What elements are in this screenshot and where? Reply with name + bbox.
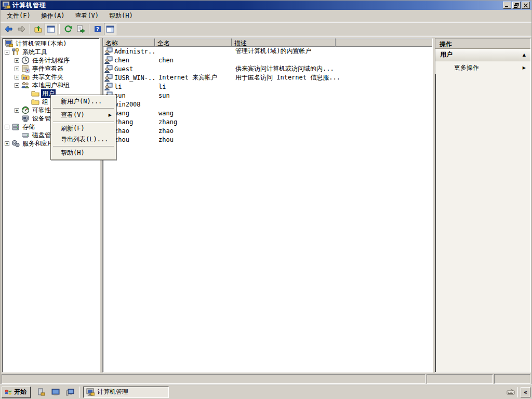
console-tree-icon [47,25,55,33]
quick-launch-bar [35,386,76,398]
export-list-icon [76,25,85,33]
refresh-button[interactable] [62,23,74,35]
table-row[interactable]: wangwang [103,109,432,117]
expand-toggle[interactable]: − [15,83,21,88]
window-title: 计算机管理 [12,1,501,10]
user-list-pane: 名称全名描述 Administr...管理计算机(域)的内置帐户chenchen… [102,38,433,373]
more-actions-item[interactable]: 更多操作 ▶ [435,61,530,74]
gauge-icon [21,106,30,114]
user-name: wang [114,110,129,117]
menubar-item[interactable]: 查看(V) [70,9,104,22]
expand-toggle[interactable]: + [15,108,21,113]
context-menu-item[interactable]: 导出列表(L)... [52,134,115,145]
tree-item-label: 本地用户和组 [31,81,71,90]
more-actions-label: 更多操作 [454,63,479,72]
expand-toggle[interactable]: − [5,50,11,55]
table-row[interactable]: Guest供来宾访问计算机或访问域的内... [103,64,432,73]
computer-quick-button[interactable] [64,386,76,398]
table-row[interactable]: zhouzhou [103,135,432,144]
tree-item[interactable]: −本地用户和组 [3,81,99,89]
start-button[interactable]: 开始 [2,387,31,398]
cell-name: Administr... [103,47,155,56]
table-row[interactable]: IUSR_WIN-...Internet 来宾帐户用于匿名访问 Internet… [103,73,432,82]
tree-item-label: 任务计划程序 [31,56,71,65]
console-tree-button[interactable] [45,23,57,35]
menubar-item[interactable]: 帮助(H) [104,9,138,22]
computer-quick-icon [66,388,74,396]
statusbar [2,374,530,384]
minimize-button[interactable] [503,2,511,9]
context-menu-item[interactable]: 查看(V)▶ [52,110,115,121]
table-row[interactable]: sunsun [103,91,432,100]
table-row[interactable]: zhaozhao [103,126,432,135]
expand-toggle[interactable]: − [5,125,11,129]
user-name: win2008 [114,101,141,108]
start-label: 开始 [14,388,26,396]
server-manager-icon [37,388,45,396]
tree-item[interactable]: +共享文件夹 [3,73,99,81]
expand-toggle[interactable]: + [15,66,21,71]
table-row[interactable]: lili [103,82,432,91]
tree-item-label: 共享文件夹 [31,73,64,82]
close-button[interactable] [522,2,530,9]
context-menu-separator [53,122,114,122]
table-row[interactable]: zhangzhang [103,117,432,126]
table-row[interactable]: win2008 [103,100,432,109]
export-list-button[interactable] [74,23,87,35]
back-button[interactable] [3,23,15,35]
user-name: zhang [114,118,133,126]
tree-item-label: 存储 [21,123,36,131]
column-header[interactable]: 描述 [232,38,336,47]
cell-full-name: Internet 来宾帐户 [155,73,232,82]
tree-item[interactable]: −系统工具 [3,48,99,56]
tree-item[interactable]: +事件查看器 [3,64,99,73]
tree-item-label: 组 [41,98,49,107]
expand-toggle[interactable]: + [15,58,21,63]
menubar-item[interactable]: 操作(A) [36,9,70,22]
back-icon [5,25,13,33]
menubar-item[interactable]: 文件(F) [2,9,36,22]
column-header[interactable]: 全名 [155,38,232,47]
collapse-arrow-icon[interactable]: ▲ [523,52,526,57]
context-menu-item[interactable]: 刷新(F) [52,123,115,134]
tray-expand-button[interactable]: « [521,387,530,397]
cell-name: li [103,83,155,91]
restore-button[interactable] [512,2,521,9]
help-button[interactable]: ? [91,23,104,35]
windows-flag-icon [4,388,12,396]
context-menu-item[interactable]: 新用户(N)... [52,96,115,107]
tree-item[interactable]: +任务计划程序 [3,56,99,64]
column-header[interactable]: 名称 [103,38,155,47]
cell-name: chen [103,56,155,64]
tree-item[interactable]: 计算机管理(本地) [3,39,99,48]
menubar: 文件(F)操作(A)查看(V)帮助(H) [1,10,531,22]
forward-button[interactable] [15,23,28,35]
cell-full-name: sun [155,92,232,99]
context-menu-separator [53,108,114,109]
expand-toggle[interactable]: + [15,75,21,79]
server-manager-button[interactable] [35,386,47,398]
window-controls [503,2,530,9]
cell-full-name: zhou [155,136,232,143]
up-folder-button[interactable] [32,23,45,35]
context-menu-separator [53,146,114,147]
device-icon [21,114,30,123]
up-folder-icon [34,25,43,33]
tree-item-label: 系统工具 [21,48,48,57]
table-row[interactable]: chenchen [103,56,432,64]
taskbar: 开始 计算机管理 « [0,384,532,399]
show-desktop-button[interactable] [49,386,62,398]
keyboard-icon[interactable] [507,388,515,396]
list-header: 名称全名描述 [103,38,432,47]
user-icon [104,83,113,91]
actions-section-label: 用户 [440,50,453,59]
context-menu-item[interactable]: 帮助(H) [52,148,115,158]
computer-icon [5,39,13,48]
user-name: chen [114,57,129,64]
table-row[interactable]: Administr...管理计算机(域)的内置帐户 [103,47,432,56]
taskbar-task-button[interactable]: 计算机管理 [83,387,169,398]
eventlog-icon [21,64,30,73]
expand-toggle[interactable]: + [5,141,11,146]
action-pane-button[interactable] [104,23,116,35]
actions-section-users[interactable]: 用户 ▲ [435,49,530,61]
